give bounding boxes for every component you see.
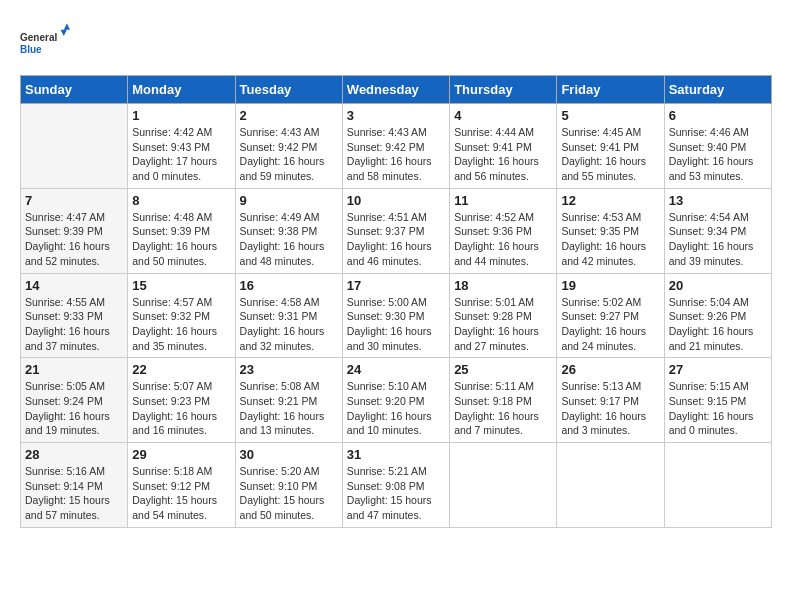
calendar-cell (557, 443, 664, 528)
day-number: 20 (669, 278, 767, 293)
calendar-cell: 12Sunrise: 4:53 AMSunset: 9:35 PMDayligh… (557, 188, 664, 273)
calendar-cell: 27Sunrise: 5:15 AMSunset: 9:15 PMDayligh… (664, 358, 771, 443)
day-info: Sunrise: 4:51 AMSunset: 9:37 PMDaylight:… (347, 210, 445, 269)
calendar-cell: 19Sunrise: 5:02 AMSunset: 9:27 PMDayligh… (557, 273, 664, 358)
calendar-cell: 17Sunrise: 5:00 AMSunset: 9:30 PMDayligh… (342, 273, 449, 358)
day-number: 26 (561, 362, 659, 377)
day-number: 6 (669, 108, 767, 123)
calendar-cell: 18Sunrise: 5:01 AMSunset: 9:28 PMDayligh… (450, 273, 557, 358)
day-number: 22 (132, 362, 230, 377)
calendar-cell: 24Sunrise: 5:10 AMSunset: 9:20 PMDayligh… (342, 358, 449, 443)
day-info: Sunrise: 4:57 AMSunset: 9:32 PMDaylight:… (132, 295, 230, 354)
day-number: 11 (454, 193, 552, 208)
day-info: Sunrise: 4:49 AMSunset: 9:38 PMDaylight:… (240, 210, 338, 269)
calendar-cell: 28Sunrise: 5:16 AMSunset: 9:14 PMDayligh… (21, 443, 128, 528)
day-info: Sunrise: 5:01 AMSunset: 9:28 PMDaylight:… (454, 295, 552, 354)
calendar-cell: 11Sunrise: 4:52 AMSunset: 9:36 PMDayligh… (450, 188, 557, 273)
day-number: 1 (132, 108, 230, 123)
day-number: 12 (561, 193, 659, 208)
day-number: 25 (454, 362, 552, 377)
day-header-thursday: Thursday (450, 76, 557, 104)
day-number: 15 (132, 278, 230, 293)
calendar-cell: 6Sunrise: 4:46 AMSunset: 9:40 PMDaylight… (664, 104, 771, 189)
day-header-wednesday: Wednesday (342, 76, 449, 104)
day-info: Sunrise: 5:11 AMSunset: 9:18 PMDaylight:… (454, 379, 552, 438)
calendar-cell: 7Sunrise: 4:47 AMSunset: 9:39 PMDaylight… (21, 188, 128, 273)
day-header-friday: Friday (557, 76, 664, 104)
calendar-cell: 30Sunrise: 5:20 AMSunset: 9:10 PMDayligh… (235, 443, 342, 528)
day-info: Sunrise: 4:43 AMSunset: 9:42 PMDaylight:… (347, 125, 445, 184)
svg-marker-2 (64, 23, 70, 29)
calendar-cell (21, 104, 128, 189)
calendar-cell: 14Sunrise: 4:55 AMSunset: 9:33 PMDayligh… (21, 273, 128, 358)
day-info: Sunrise: 5:08 AMSunset: 9:21 PMDaylight:… (240, 379, 338, 438)
day-number: 23 (240, 362, 338, 377)
day-info: Sunrise: 4:42 AMSunset: 9:43 PMDaylight:… (132, 125, 230, 184)
day-info: Sunrise: 4:48 AMSunset: 9:39 PMDaylight:… (132, 210, 230, 269)
calendar-cell: 25Sunrise: 5:11 AMSunset: 9:18 PMDayligh… (450, 358, 557, 443)
logo: General Blue (20, 20, 70, 65)
day-number: 3 (347, 108, 445, 123)
day-number: 31 (347, 447, 445, 462)
calendar-cell: 29Sunrise: 5:18 AMSunset: 9:12 PMDayligh… (128, 443, 235, 528)
day-number: 17 (347, 278, 445, 293)
day-info: Sunrise: 5:21 AMSunset: 9:08 PMDaylight:… (347, 464, 445, 523)
svg-text:General: General (20, 32, 57, 43)
svg-marker-1 (61, 30, 67, 36)
day-info: Sunrise: 5:15 AMSunset: 9:15 PMDaylight:… (669, 379, 767, 438)
calendar-cell: 2Sunrise: 4:43 AMSunset: 9:42 PMDaylight… (235, 104, 342, 189)
day-info: Sunrise: 4:52 AMSunset: 9:36 PMDaylight:… (454, 210, 552, 269)
day-info: Sunrise: 4:46 AMSunset: 9:40 PMDaylight:… (669, 125, 767, 184)
day-number: 2 (240, 108, 338, 123)
calendar-cell: 23Sunrise: 5:08 AMSunset: 9:21 PMDayligh… (235, 358, 342, 443)
calendar-cell: 4Sunrise: 4:44 AMSunset: 9:41 PMDaylight… (450, 104, 557, 189)
calendar-cell: 20Sunrise: 5:04 AMSunset: 9:26 PMDayligh… (664, 273, 771, 358)
day-info: Sunrise: 4:53 AMSunset: 9:35 PMDaylight:… (561, 210, 659, 269)
day-info: Sunrise: 4:55 AMSunset: 9:33 PMDaylight:… (25, 295, 123, 354)
day-number: 14 (25, 278, 123, 293)
calendar-cell: 26Sunrise: 5:13 AMSunset: 9:17 PMDayligh… (557, 358, 664, 443)
day-info: Sunrise: 4:54 AMSunset: 9:34 PMDaylight:… (669, 210, 767, 269)
day-header-saturday: Saturday (664, 76, 771, 104)
day-info: Sunrise: 5:16 AMSunset: 9:14 PMDaylight:… (25, 464, 123, 523)
calendar-cell: 15Sunrise: 4:57 AMSunset: 9:32 PMDayligh… (128, 273, 235, 358)
day-number: 19 (561, 278, 659, 293)
calendar-cell (450, 443, 557, 528)
calendar-cell: 22Sunrise: 5:07 AMSunset: 9:23 PMDayligh… (128, 358, 235, 443)
day-info: Sunrise: 5:13 AMSunset: 9:17 PMDaylight:… (561, 379, 659, 438)
day-info: Sunrise: 5:02 AMSunset: 9:27 PMDaylight:… (561, 295, 659, 354)
calendar-cell: 16Sunrise: 4:58 AMSunset: 9:31 PMDayligh… (235, 273, 342, 358)
day-number: 5 (561, 108, 659, 123)
day-info: Sunrise: 5:05 AMSunset: 9:24 PMDaylight:… (25, 379, 123, 438)
day-number: 24 (347, 362, 445, 377)
calendar-cell: 5Sunrise: 4:45 AMSunset: 9:41 PMDaylight… (557, 104, 664, 189)
day-info: Sunrise: 4:44 AMSunset: 9:41 PMDaylight:… (454, 125, 552, 184)
day-info: Sunrise: 5:07 AMSunset: 9:23 PMDaylight:… (132, 379, 230, 438)
day-info: Sunrise: 4:47 AMSunset: 9:39 PMDaylight:… (25, 210, 123, 269)
day-number: 7 (25, 193, 123, 208)
day-info: Sunrise: 5:18 AMSunset: 9:12 PMDaylight:… (132, 464, 230, 523)
day-header-tuesday: Tuesday (235, 76, 342, 104)
day-header-sunday: Sunday (21, 76, 128, 104)
day-header-monday: Monday (128, 76, 235, 104)
calendar-cell: 13Sunrise: 4:54 AMSunset: 9:34 PMDayligh… (664, 188, 771, 273)
day-number: 29 (132, 447, 230, 462)
day-info: Sunrise: 4:58 AMSunset: 9:31 PMDaylight:… (240, 295, 338, 354)
calendar-cell: 31Sunrise: 5:21 AMSunset: 9:08 PMDayligh… (342, 443, 449, 528)
day-number: 10 (347, 193, 445, 208)
day-info: Sunrise: 4:43 AMSunset: 9:42 PMDaylight:… (240, 125, 338, 184)
day-info: Sunrise: 4:45 AMSunset: 9:41 PMDaylight:… (561, 125, 659, 184)
calendar-cell: 9Sunrise: 4:49 AMSunset: 9:38 PMDaylight… (235, 188, 342, 273)
calendar-cell: 1Sunrise: 4:42 AMSunset: 9:43 PMDaylight… (128, 104, 235, 189)
calendar-cell: 3Sunrise: 4:43 AMSunset: 9:42 PMDaylight… (342, 104, 449, 189)
day-info: Sunrise: 5:00 AMSunset: 9:30 PMDaylight:… (347, 295, 445, 354)
day-number: 18 (454, 278, 552, 293)
calendar-table: SundayMondayTuesdayWednesdayThursdayFrid… (20, 75, 772, 528)
day-number: 16 (240, 278, 338, 293)
logo-svg: General Blue (20, 20, 70, 65)
day-number: 9 (240, 193, 338, 208)
day-number: 4 (454, 108, 552, 123)
day-number: 27 (669, 362, 767, 377)
day-number: 21 (25, 362, 123, 377)
calendar-cell: 8Sunrise: 4:48 AMSunset: 9:39 PMDaylight… (128, 188, 235, 273)
